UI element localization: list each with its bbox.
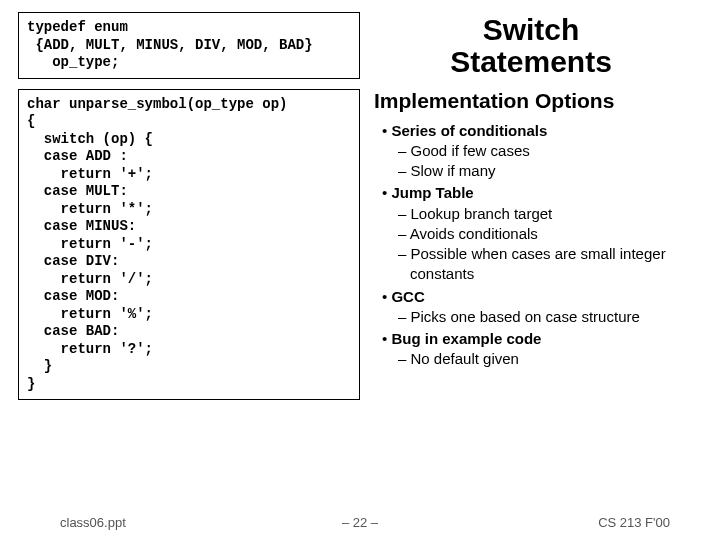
slide-title: Switch Statements [360, 12, 702, 77]
sub-bullet-item: Slow if many [374, 161, 702, 181]
bullet-item: GCC [374, 287, 702, 307]
slide-footer: class06.ppt – 22 – CS 213 F'00 [0, 515, 720, 530]
sub-bullet-item: No default given [374, 349, 702, 369]
options-heading: Implementation Options [374, 89, 702, 113]
sub-bullet-item: Good if few cases [374, 141, 702, 161]
options-column: Implementation Options Series of conditi… [360, 89, 702, 370]
bullet-item: Series of conditionals [374, 121, 702, 141]
sub-bullet-item: Picks one based on case structure [374, 307, 702, 327]
typedef-code-block: typedef enum {ADD, MULT, MINUS, DIV, MOD… [18, 12, 360, 79]
bullet-item: Jump Table [374, 183, 702, 203]
bullet-item: Bug in example code [374, 329, 702, 349]
sub-bullet-item: Lookup branch target [374, 204, 702, 224]
function-code-block: char unparse_symbol(op_type op) { switch… [18, 89, 360, 401]
sub-bullet-item: Possible when cases are small integer co… [374, 244, 702, 285]
footer-course: CS 213 F'00 [482, 515, 720, 530]
footer-filename: class06.ppt [0, 515, 238, 530]
sub-bullet-item: Avoids conditionals [374, 224, 702, 244]
options-bullets: Series of conditionals Good if few cases… [374, 121, 702, 370]
title-line-1: Switch [483, 13, 580, 46]
title-line-2: Statements [450, 45, 612, 78]
footer-page-number: – 22 – [238, 515, 483, 530]
